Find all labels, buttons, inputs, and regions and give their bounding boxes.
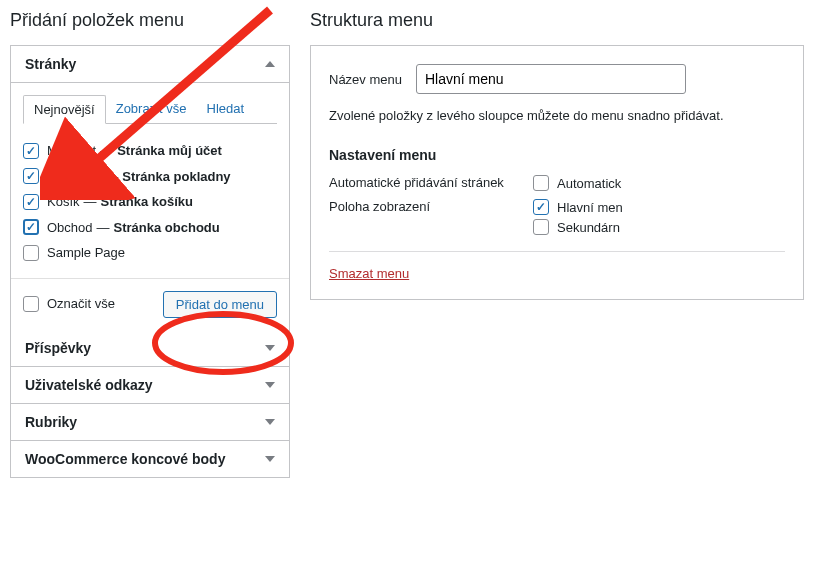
structure-description: Zvolené položky z levého sloupce můžete … <box>329 108 785 123</box>
location-option-label: Sekundárn <box>557 220 620 235</box>
page-item-checkbox[interactable] <box>23 194 39 210</box>
pages-tabs: Nejnovější Zobrazit vše Hledat <box>23 95 277 124</box>
page-item-checkbox[interactable] <box>23 143 39 159</box>
delete-menu-link[interactable]: Smazat menu <box>329 266 409 281</box>
accordion-categories-title: Rubriky <box>25 414 77 430</box>
accordion-woo-title: WooCommerce koncové body <box>25 451 225 467</box>
accordion-posts-title: Příspěvky <box>25 340 91 356</box>
accordion-woo-header[interactable]: WooCommerce koncové body <box>11 441 289 477</box>
auto-add-pages-label: Automatické přidávání stránek <box>329 175 529 190</box>
location-option-label: Hlavní men <box>557 200 623 215</box>
location-option: Sekundárn <box>533 219 785 235</box>
add-to-menu-button[interactable]: Přidat do menu <box>163 291 277 318</box>
page-item-label: Košík—Stránka košíku <box>47 192 193 212</box>
page-item-checkbox[interactable] <box>23 245 39 261</box>
tab-search[interactable]: Hledat <box>197 95 255 123</box>
location-option: Hlavní men <box>533 199 785 215</box>
structure-panel: Název menu Zvolené položky z levého slou… <box>310 45 804 300</box>
accordion-posts-header[interactable]: Příspěvky <box>11 330 289 367</box>
accordion-pages-body: Nejnovější Zobrazit vše Hledat Můj účet—… <box>11 83 289 330</box>
accordion-pages-header[interactable]: Stránky <box>11 46 289 83</box>
select-all-checkbox[interactable] <box>23 296 39 312</box>
select-all-label: Označit vše <box>47 294 115 314</box>
page-item-label: Pokladna—Stránka pokladny <box>47 167 231 187</box>
add-items-panel: Stránky Nejnovější Zobrazit vše Hledat M… <box>10 45 290 478</box>
auto-add-option-label: Automatick <box>557 176 621 191</box>
page-item-label: Obchod—Stránka obchodu <box>47 218 220 238</box>
chevron-down-icon <box>265 456 275 462</box>
page-item-label: Můj účet—Stránka můj účet <box>47 141 222 161</box>
page-item: Můj účet—Stránka můj účet <box>23 138 277 164</box>
location-checkbox[interactable] <box>533 219 549 235</box>
chevron-down-icon <box>265 419 275 425</box>
accordion-categories-header[interactable]: Rubriky <box>11 404 289 441</box>
settings-heading: Nastavení menu <box>329 147 785 163</box>
location-checkbox[interactable] <box>533 199 549 215</box>
structure-heading: Struktura menu <box>310 10 804 31</box>
accordion-custom-links-title: Uživatelské odkazy <box>25 377 153 393</box>
auto-add-checkbox[interactable] <box>533 175 549 191</box>
page-item: Obchod—Stránka obchodu <box>23 215 277 241</box>
chevron-down-icon <box>265 382 275 388</box>
page-item-label: Sample Page <box>47 243 125 263</box>
tab-recent[interactable]: Nejnovější <box>23 95 106 124</box>
tab-all[interactable]: Zobrazit vše <box>106 95 197 123</box>
page-item: Sample Page <box>23 240 277 266</box>
page-item-checkbox[interactable] <box>23 219 39 235</box>
menu-name-input[interactable] <box>416 64 686 94</box>
page-item: Pokladna—Stránka pokladny <box>23 164 277 190</box>
chevron-down-icon <box>265 345 275 351</box>
menu-name-label: Název menu <box>329 72 402 87</box>
page-item-checkbox[interactable] <box>23 168 39 184</box>
add-items-heading: Přidání položek menu <box>10 10 290 31</box>
chevron-up-icon <box>265 61 275 67</box>
divider <box>329 251 785 252</box>
accordion-pages-title: Stránky <box>25 56 76 72</box>
display-location-label: Poloha zobrazení <box>329 199 529 214</box>
accordion-custom-links-header[interactable]: Uživatelské odkazy <box>11 367 289 404</box>
page-item: Košík—Stránka košíku <box>23 189 277 215</box>
